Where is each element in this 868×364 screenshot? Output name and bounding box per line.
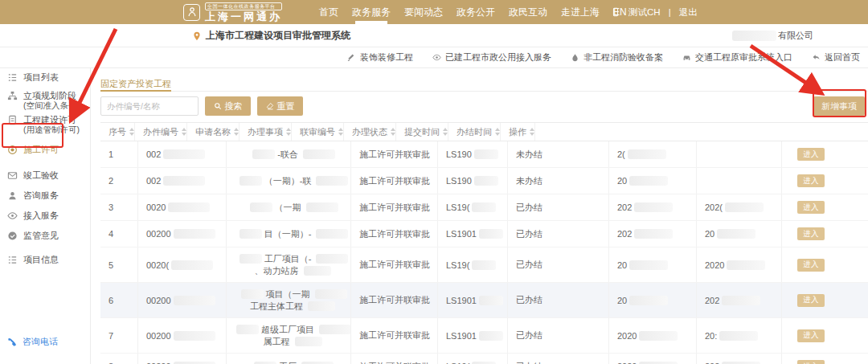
sidebar-item[interactable]: 项目列表 — [7, 72, 90, 83]
person-badge-icon — [183, 4, 200, 21]
redacted-text — [174, 331, 215, 341]
sidebar-item-phone[interactable]: 咨询电话 — [7, 336, 90, 348]
status-badge: 已办结 — [516, 202, 542, 214]
quick-link[interactable]: 交通工程原审批系统入口 — [682, 51, 792, 63]
table-row: 4 00200 目（一期）- 施工许可并联审批 LS1901 已办结 202 2… — [100, 221, 868, 247]
cell-handling-item: 施工许可并联审批 — [351, 168, 438, 194]
add-item-button[interactable]: 新增事项 — [813, 96, 865, 116]
quick-link[interactable]: 非工程消防验收备案 — [571, 51, 663, 63]
reset-button[interactable]: 重置 — [257, 96, 303, 116]
enter-button[interactable]: 进入 — [797, 174, 825, 187]
top-header-bar: 全国一体化在线政务服务平台 上海一网通办 首页 政务服务 要闻动态 政务公开 政… — [0, 0, 868, 24]
title-bar: 上海市工程建设项目审批管理系统 有限公司 — [0, 24, 868, 47]
search-input[interactable] — [100, 96, 199, 116]
sidebar-item[interactable]: 接入服务 — [7, 210, 90, 221]
nav-item[interactable]: 要闻动态 — [404, 0, 443, 24]
username[interactable]: 测试CH — [628, 6, 661, 18]
quick-link[interactable]: 装饰装修工程 — [347, 51, 413, 63]
search-icon — [214, 102, 222, 110]
table-column-header[interactable]: 提交时间 — [396, 123, 448, 141]
sidebar-item[interactable]: 施工许可 — [7, 144, 90, 155]
redacted-text — [240, 254, 262, 264]
redacted-text — [719, 331, 758, 341]
sitemap-icon — [7, 91, 18, 101]
quick-link[interactable]: 返回首页 — [812, 51, 860, 63]
cell-handling-item: 施工许可并联审批 — [351, 283, 438, 317]
search-button[interactable]: 搜索 — [205, 96, 251, 116]
list-icon — [7, 255, 18, 265]
cell-actions: 进入 — [782, 221, 868, 247]
cell-finish-time: 20: — [697, 318, 782, 353]
top-user-area: 测试CH | 退出 — [611, 0, 698, 24]
sidebar-item[interactable]: 竣工验收 — [7, 170, 90, 181]
enter-button[interactable]: 进入 — [797, 360, 825, 364]
enter-button[interactable]: 进入 — [797, 329, 825, 342]
cell-joint-review-number: LS1901 — [438, 283, 508, 317]
redacted-text — [722, 296, 760, 305]
cell-status: 已办结 — [508, 221, 609, 247]
table-column-header[interactable]: 办件编号 — [135, 123, 187, 141]
page: 全国一体化在线政务服务平台 上海一网通办 首页 政务服务 要闻动态 政务公开 政… — [0, 0, 868, 364]
table-column-header[interactable]: 序号 — [100, 123, 135, 141]
site-logo[interactable]: 全国一体化在线政务服务平台 上海一网通办 — [183, 2, 282, 22]
enter-button[interactable]: 进入 — [797, 201, 825, 214]
cell-case-number: 00200 — [138, 318, 227, 353]
redacted-text — [634, 202, 673, 212]
sort-icon — [129, 128, 134, 136]
cell-status: 已办结 — [508, 318, 609, 353]
cell-application-name: 目（一期）- — [227, 221, 351, 247]
cell-finish-time: 20 — [697, 221, 782, 247]
cell-finish-time — [697, 141, 782, 167]
system-title: 上海市工程建设项目审批管理系统 — [192, 24, 350, 47]
drop-icon — [571, 53, 579, 62]
redacted-text — [629, 260, 668, 270]
nav-item[interactable]: 首页 — [319, 0, 338, 24]
table-column-header[interactable]: 联审编号 — [292, 123, 344, 141]
eye-icon — [7, 211, 18, 221]
redacted-text — [628, 149, 666, 159]
cell-joint-review-number: LS1901 — [438, 221, 508, 247]
cell-case-number: 0020( — [138, 247, 227, 282]
redacted-text — [174, 296, 215, 305]
sidebar-item[interactable]: 工程建设许可 (用途管制许可) — [7, 115, 90, 134]
tab-fixed-asset-projects[interactable]: 固定资产投资工程 — [100, 68, 171, 92]
logout-link[interactable]: 退出 — [679, 6, 698, 18]
table-column-header[interactable]: 申请名称 — [187, 123, 240, 141]
cell-case-number: 00200 — [138, 221, 227, 247]
redacted-text — [240, 176, 262, 186]
enter-button[interactable]: 进入 — [797, 259, 825, 272]
table-column-header[interactable]: 办理事项 — [240, 123, 292, 141]
redacted-text — [250, 202, 272, 212]
enter-button[interactable]: 进入 — [797, 227, 825, 240]
table-column-header[interactable]: 办结时间 — [448, 123, 501, 141]
sidebar-item[interactable]: 咨询服务 — [7, 190, 90, 201]
nav-item[interactable]: 政务公开 — [457, 0, 495, 24]
target-icon — [7, 145, 18, 155]
cell-case-number: 002 — [138, 141, 227, 167]
nav-item[interactable]: 走进上海 — [561, 0, 600, 24]
cell-application-name: 项目（一期 工程主体工程 — [227, 283, 351, 317]
cell-index: 3 — [100, 194, 138, 220]
enter-button[interactable]: 进入 — [797, 294, 825, 307]
cell-handling-item: 施工许可并联审批 — [351, 318, 438, 353]
redacted-text — [240, 229, 262, 239]
sidebar-item[interactable]: 立项规划阶段 (空间准入条件) — [7, 91, 90, 110]
table-column-header[interactable]: 办理状态 — [344, 123, 396, 141]
cell-application-name: 超级工厂项目 属工程 — [227, 318, 351, 353]
cell-status: 已办结 — [508, 354, 609, 364]
nav-item[interactable]: 政民互动 — [509, 0, 547, 24]
mobile-icon[interactable] — [611, 7, 620, 17]
table-column-header[interactable]: 操作 — [501, 123, 535, 141]
sidebar-item[interactable]: 监管意见 — [7, 230, 90, 241]
cell-index: 5 — [100, 247, 138, 282]
cell-actions: 进入 — [782, 247, 868, 282]
enter-button[interactable]: 进入 — [797, 148, 825, 161]
redacted-text — [174, 229, 215, 239]
nav-item[interactable]: 政务服务 — [352, 0, 391, 24]
sidebar-item[interactable]: 项目信息 — [7, 254, 90, 265]
quick-link[interactable]: 已建工程市政公用接入服务 — [432, 51, 551, 63]
car-icon — [682, 53, 691, 62]
cell-finish-time: 202 — [697, 283, 782, 317]
cell-joint-review-number: LS19( — [438, 247, 508, 282]
status-badge: 已办结 — [516, 361, 542, 364]
